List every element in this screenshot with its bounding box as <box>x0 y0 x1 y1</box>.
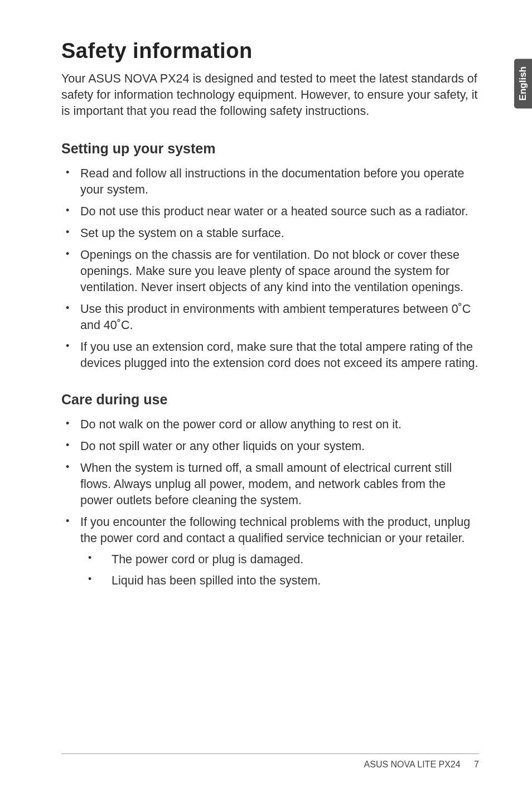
list-item: Do not walk on the power cord or allow a… <box>61 417 479 433</box>
list-item: Liquid has been spilled into the system. <box>80 572 479 589</box>
footer-product: ASUS NOVA LITE PX24 <box>364 760 461 769</box>
list-item: When the system is turned off, a small a… <box>61 460 479 509</box>
section-heading-care: Care during use <box>61 392 479 408</box>
intro-paragraph: Your ASUS NOVA PX24 is designed and test… <box>61 71 479 119</box>
page-footer: ASUS NOVA LITE PX24 7 <box>61 753 479 770</box>
list-item: Use this product in environments with am… <box>61 301 479 334</box>
list-item: If you encounter the following technical… <box>61 514 479 589</box>
list-item-text: If you encounter the following technical… <box>80 515 470 545</box>
list-item: Read and follow all instructions in the … <box>61 166 479 198</box>
care-sublist: The power cord or plug is damaged. Liqui… <box>80 551 479 589</box>
list-item: The power cord or plug is damaged. <box>80 551 479 568</box>
list-item: If you use an extension cord, make sure … <box>61 339 479 371</box>
list-item: Do not use this product near water or a … <box>61 204 479 220</box>
setup-list: Read and follow all instructions in the … <box>61 166 479 371</box>
care-list: Do not walk on the power cord or allow a… <box>61 417 479 589</box>
section-heading-setup: Setting up your system <box>61 141 479 157</box>
language-tab: English <box>514 59 532 108</box>
list-item: Set up the system on a stable surface. <box>61 225 479 241</box>
list-item: Openings on the chassis are for ventilat… <box>61 247 479 296</box>
footer-page-number: 7 <box>474 760 479 769</box>
list-item: Do not spill water or any other liquids … <box>61 438 479 455</box>
page-title: Safety information <box>61 39 479 63</box>
